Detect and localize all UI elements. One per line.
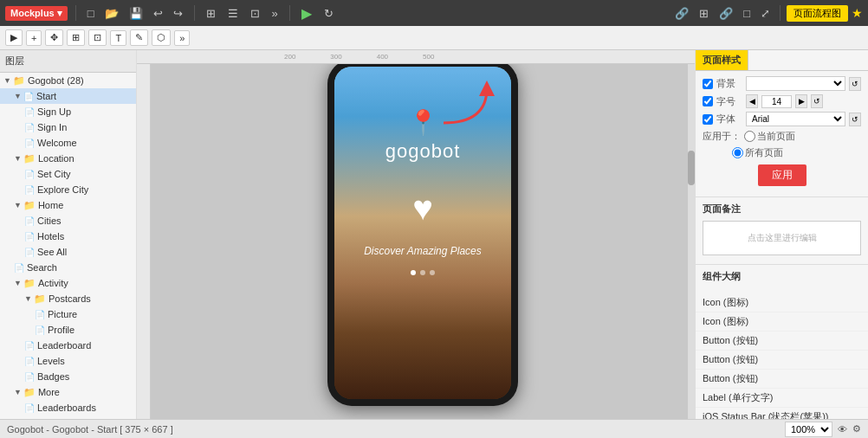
apply-button[interactable]: 应用	[758, 164, 806, 186]
setcity-icon: 📄	[24, 170, 35, 179]
settings-icon[interactable]: ⚙	[852, 423, 861, 435]
redo-icon[interactable]: ↪	[170, 5, 186, 22]
window-icon[interactable]: □	[740, 5, 754, 22]
levels-label: Levels	[37, 356, 65, 366]
sidebar-item-home[interactable]: ▼ 📁 Home	[0, 197, 136, 213]
radio-current-input[interactable]	[744, 131, 755, 142]
zoom-select[interactable]: 100% 75% 50% 150%	[785, 422, 832, 437]
radio-all[interactable]: 所有页面	[732, 146, 783, 159]
grid-icon[interactable]: ⊞	[203, 5, 219, 22]
search-page-icon: 📄	[14, 263, 24, 273]
pen-tool[interactable]: ✎	[130, 29, 148, 46]
more-tools-icon[interactable]: »	[269, 5, 282, 22]
more-arrow: ▼	[14, 388, 22, 396]
home-label: Home	[38, 200, 63, 210]
component-0[interactable]: Icon (图标)	[696, 293, 868, 312]
sidebar-item-explorecity[interactable]: 📄 Explore City	[0, 182, 136, 197]
canvas-scrollbar[interactable]	[688, 64, 695, 419]
background-checkbox[interactable]	[703, 79, 713, 89]
tree-root[interactable]: ▼ 📁 Gogobot (28)	[0, 73, 136, 88]
radio-group: 当前页面	[744, 130, 795, 143]
sidebar-item-leaderboard[interactable]: 📄 Leaderboard	[0, 338, 136, 353]
sidebar-item-welcome[interactable]: 📄 Welcome	[0, 135, 136, 151]
fontsize-decrement[interactable]: ◀	[746, 94, 758, 108]
text-tool[interactable]: T	[110, 30, 126, 46]
dots-indicator	[411, 270, 435, 275]
app-name-label: gogobot	[385, 140, 461, 163]
sidebar-item-seeall[interactable]: 📄 See All	[0, 244, 136, 260]
sidebar-item-signin[interactable]: 📄 Sign In	[0, 119, 136, 135]
move-tool[interactable]: ✥	[45, 29, 63, 46]
home-arrow: ▼	[14, 201, 22, 209]
save-icon[interactable]: 💾	[126, 5, 146, 22]
sidebar-item-activity[interactable]: ▼ 📁 Activity	[0, 275, 136, 291]
sidebar-item-signup[interactable]: 📄 Sign Up	[0, 104, 136, 119]
undo-icon[interactable]: ↩	[150, 5, 166, 22]
leaderboards2-label: Leaderboards	[37, 403, 96, 413]
link-icon[interactable]: 🔗	[716, 5, 736, 22]
refresh-icon[interactable]: ↻	[321, 5, 337, 22]
sidebar-item-profile[interactable]: 📄 Profile	[0, 322, 136, 338]
grid-tool[interactable]: ⊡	[88, 29, 107, 46]
sidebar-item-badges[interactable]: 📄 Badges	[0, 369, 136, 384]
add-tool[interactable]: +	[26, 30, 42, 46]
new-icon[interactable]: □	[84, 5, 98, 22]
component-6[interactable]: iOS Status Bar (状态栏(苹果))	[696, 408, 868, 419]
toolbar-right: 🔗 ⊞ 🔗 □ ⤢ 页面流程图 ★	[671, 5, 863, 22]
sidebar-item-levels[interactable]: 📄 Levels	[0, 353, 136, 369]
page-note-area[interactable]: 点击这里进行编辑	[703, 221, 861, 255]
sidebar-item-picture[interactable]: 📄 Picture	[0, 306, 136, 322]
background-row: 背景 ↺	[703, 76, 861, 91]
sidebar-item-search[interactable]: 📄 Search	[0, 260, 136, 275]
open-icon[interactable]: 📂	[101, 5, 122, 22]
shape-tool[interactable]: ⬡	[152, 29, 171, 46]
sidebar-item-postcards[interactable]: ▼ 📁 Postcards	[0, 291, 136, 306]
fontface-reset[interactable]: ↺	[849, 113, 861, 126]
background-select[interactable]	[746, 76, 845, 91]
scrollbar-thumb[interactable]	[688, 151, 695, 185]
app-logo[interactable]: Mockplus ▾	[5, 6, 68, 21]
component-5[interactable]: Label (单行文字)	[696, 389, 868, 408]
sidebar-item-more[interactable]: ▼ 📁 More	[0, 384, 136, 400]
component-1[interactable]: Icon (图标)	[696, 312, 868, 332]
grid2-icon[interactable]: ⊞	[696, 5, 712, 22]
sidebar-item-hotels[interactable]: 📄 Hotels	[0, 229, 136, 244]
component-3[interactable]: Button (按钮)	[696, 351, 868, 370]
page-flow-button[interactable]: 页面流程图	[787, 5, 848, 22]
badges-label: Badges	[37, 371, 69, 382]
component-4[interactable]: Button (按钮)	[696, 370, 868, 389]
sidebar-item-cities[interactable]: 📄 Cities	[0, 213, 136, 229]
layout-icon[interactable]: ⊡	[247, 5, 263, 22]
fontsize-reset[interactable]: ↺	[811, 94, 823, 108]
fontsize-input[interactable]	[761, 95, 792, 108]
tab-page-style[interactable]: 页面样式	[696, 50, 748, 70]
share-icon[interactable]: 🔗	[671, 5, 692, 22]
fontface-select[interactable]: Arial	[746, 112, 845, 126]
select-tool[interactable]: ▶	[5, 29, 23, 46]
more-tool[interactable]: »	[174, 30, 190, 46]
radio-current[interactable]: 当前页面	[744, 130, 795, 143]
expand-icon[interactable]: ⤢	[757, 5, 774, 22]
root-folder-icon: 📁	[13, 75, 25, 87]
sidebar-item-location[interactable]: ▼ 📁 Location	[0, 151, 136, 166]
location-label: Location	[38, 153, 74, 164]
sidebar-item-start[interactable]: ▼ 📄 Start	[0, 88, 136, 104]
fontsize-checkbox[interactable]	[703, 96, 713, 106]
radio-all-input[interactable]	[732, 147, 743, 158]
sidebar-item-leaderboards2[interactable]: 📄 Leaderboards	[0, 400, 136, 415]
eye-icon[interactable]: 👁	[838, 424, 847, 435]
sidebar-item-setcity[interactable]: 📄 Set City	[0, 166, 136, 182]
fontface-row: 字体 Arial ↺	[703, 112, 861, 126]
fontsize-increment[interactable]: ▶	[795, 94, 807, 108]
component-2[interactable]: Button (按钮)	[696, 332, 868, 351]
setcity-label: Set City	[37, 169, 71, 179]
frame-tool[interactable]: ⊞	[67, 29, 85, 46]
ruler-horizontal: 200 300 400 500	[137, 50, 695, 64]
align-icon[interactable]: ☰	[224, 5, 242, 22]
play-icon[interactable]: ▶	[298, 3, 315, 23]
fontface-checkbox[interactable]	[703, 114, 713, 125]
background-reset[interactable]: ↺	[849, 77, 861, 91]
sidebar-tree: ▼ 📁 Gogobot (28) ▼ 📄 Start 📄 Sign Up 📄 S…	[0, 73, 136, 419]
star-icon[interactable]: ★	[852, 6, 863, 20]
signup-label: Sign Up	[37, 106, 71, 117]
